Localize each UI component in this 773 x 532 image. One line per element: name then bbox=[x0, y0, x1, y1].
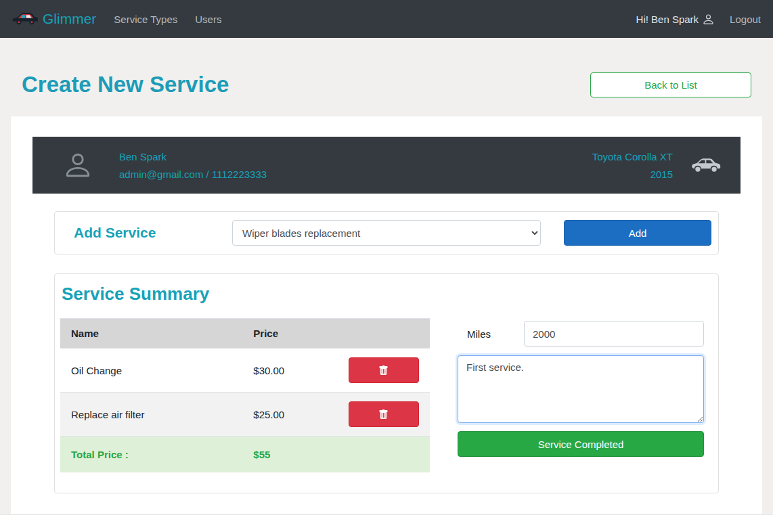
add-service-heading: Add Service bbox=[74, 225, 232, 241]
brand-name: Glimmer bbox=[43, 11, 96, 27]
customer-texts: Ben Spark admin@gmail.com / 1112223333 bbox=[119, 151, 267, 180]
service-name-cell: Oil Change bbox=[60, 349, 242, 393]
miles-row: Miles bbox=[458, 321, 704, 347]
footer bbox=[0, 514, 773, 532]
customer-info: Ben Spark admin@gmail.com / 1112223333 bbox=[62, 150, 267, 181]
miles-label: Miles bbox=[458, 328, 524, 340]
user-greeting-link[interactable]: Hi! Ben Spark bbox=[636, 13, 715, 26]
vehicle-name: Toyota Corolla XT bbox=[592, 151, 673, 162]
service-summary-heading: Service Summary bbox=[62, 284, 707, 305]
trash-icon bbox=[378, 365, 389, 376]
total-row: Total Price : $55 bbox=[60, 437, 430, 473]
nav-item-users[interactable]: Users bbox=[195, 14, 221, 25]
service-completed-button[interactable]: Service Completed bbox=[458, 431, 704, 457]
logout-link[interactable]: Logout bbox=[730, 14, 761, 25]
delete-service-button[interactable] bbox=[349, 401, 419, 427]
services-table: Name Price Oil Change $30.00 bbox=[60, 318, 430, 472]
customer-header: Ben Spark admin@gmail.com / 1112223333 T… bbox=[32, 137, 741, 194]
customer-name: Ben Spark bbox=[119, 151, 267, 162]
miles-input[interactable] bbox=[524, 321, 704, 347]
service-price-cell: $25.00 bbox=[242, 393, 338, 437]
navbar-right: Hi! Ben Spark Logout bbox=[636, 13, 761, 26]
customer-contact: admin@gmail.com / 1112223333 bbox=[119, 169, 267, 180]
service-name-cell: Replace air filter bbox=[60, 393, 242, 437]
page-title: Create New Service bbox=[22, 72, 229, 97]
car-logo-icon bbox=[12, 11, 38, 27]
back-to-list-button[interactable]: Back to List bbox=[590, 72, 751, 97]
person-icon bbox=[702, 13, 715, 26]
nav-links: Service Types Users bbox=[114, 14, 221, 25]
column-header-price: Price bbox=[242, 319, 338, 349]
table-header-row: Name Price bbox=[60, 319, 430, 349]
service-price-cell: $30.00 bbox=[242, 349, 338, 393]
add-service-card: Add Service Wiper blades replacement Add bbox=[54, 211, 719, 254]
car-icon bbox=[690, 155, 722, 175]
vehicle-texts: Toyota Corolla XT 2015 bbox=[592, 151, 673, 180]
service-type-select[interactable]: Wiper blades replacement bbox=[232, 220, 541, 246]
table-row: Replace air filter $25.00 bbox=[60, 393, 430, 437]
notes-textarea[interactable]: First service. bbox=[458, 355, 704, 423]
table-row: Oil Change $30.00 bbox=[60, 349, 430, 393]
column-header-action bbox=[338, 319, 430, 349]
service-action-cell bbox=[338, 349, 430, 393]
service-action-cell bbox=[338, 393, 430, 437]
add-service-button[interactable]: Add bbox=[564, 220, 711, 246]
column-header-name: Name bbox=[60, 319, 242, 349]
vehicle-info: Toyota Corolla XT 2015 bbox=[592, 151, 722, 180]
service-summary-card: Service Summary Name Price Oil Change $3 bbox=[54, 273, 719, 493]
brand-link[interactable]: Glimmer bbox=[12, 11, 96, 27]
delete-service-button[interactable] bbox=[349, 357, 419, 383]
trash-icon bbox=[378, 409, 389, 420]
total-value: $55 bbox=[242, 437, 338, 473]
greeting-text: Hi! Ben Spark bbox=[636, 14, 699, 25]
page-container: Create New Service Back to List Ben Spar… bbox=[0, 72, 773, 514]
navbar: Glimmer Service Types Users Hi! Ben Spar… bbox=[0, 0, 773, 38]
main-panel: Ben Spark admin@gmail.com / 1112223333 T… bbox=[11, 116, 762, 514]
total-label: Total Price : bbox=[60, 437, 242, 473]
title-row: Create New Service Back to List bbox=[22, 72, 751, 97]
service-complete-form: Miles First service. Service Completed bbox=[458, 318, 704, 472]
nav-item-service-types[interactable]: Service Types bbox=[114, 14, 177, 25]
person-outline-icon bbox=[62, 150, 93, 181]
service-summary-body: Name Price Oil Change $30.00 bbox=[60, 318, 707, 472]
vehicle-year: 2015 bbox=[592, 169, 673, 180]
